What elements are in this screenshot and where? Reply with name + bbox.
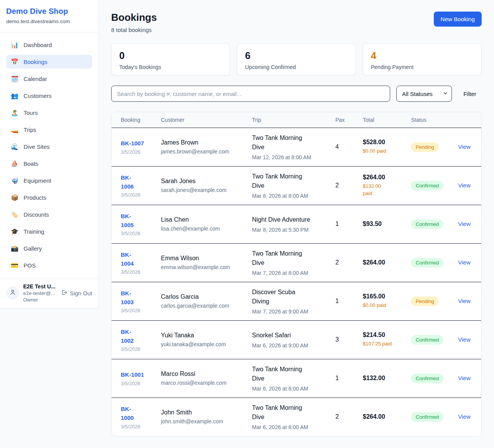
- sidebar-item-label: POS: [24, 262, 36, 269]
- view-link[interactable]: View: [458, 413, 470, 420]
- sidebar-item-customers[interactable]: 👥Customers: [6, 89, 92, 103]
- sidebar-item-label: Products: [24, 194, 46, 201]
- main-content: Bookings 8 total bookings New Booking 0T…: [99, 0, 494, 448]
- sidebar-item-label: Dive Sites: [24, 143, 50, 150]
- status-badge: Confirmed: [411, 219, 443, 229]
- sidebar-item-calendar[interactable]: 🗓️Calendar: [6, 72, 92, 86]
- booking-id-link[interactable]: BK-1001: [121, 370, 144, 379]
- stat-card-upcoming-confirmed: 6Upcoming Confirmed: [237, 43, 356, 76]
- sidebar-item-training[interactable]: 🎓Training: [6, 224, 92, 238]
- column-header-trip: Trip: [246, 112, 329, 128]
- trip-name: Snorkel Safari: [252, 331, 326, 340]
- pax-count: 1: [335, 375, 339, 381]
- sidebar-item-label: Bookings: [24, 59, 47, 65]
- booking-id-link[interactable]: BK- 1003: [121, 289, 134, 307]
- table-row: BK- 1003 3/5/2026 Carlos Garcia carlos.g…: [112, 282, 481, 320]
- trip-name: Two Tank Morning Dive: [252, 133, 326, 152]
- total-amount: $165.00: [363, 293, 402, 300]
- status-badge: Pending: [411, 296, 439, 306]
- sidebar-item-equipment[interactable]: 🤿Equipment: [6, 173, 92, 187]
- total-amount: $264.00: [363, 259, 402, 266]
- status-badge: Confirmed: [411, 335, 443, 345]
- total-amount: $214.50: [363, 332, 402, 339]
- view-link[interactable]: View: [458, 375, 470, 381]
- calendar-icon: 🗓️: [11, 75, 19, 83]
- sidebar-item-label: Tours: [24, 109, 38, 116]
- sidebar-item-tours[interactable]: 🏝️Tours: [6, 106, 92, 120]
- sidebar-item-products[interactable]: 📦Products: [6, 190, 92, 204]
- discounts-icon: 🏷️: [11, 211, 19, 218]
- pax-count: 1: [335, 298, 339, 304]
- booking-id-link[interactable]: BK- 1000: [121, 404, 134, 423]
- column-header-total: Total: [357, 112, 405, 128]
- pos-icon: 💳: [11, 262, 19, 269]
- sign-out-button[interactable]: Sign Out: [61, 289, 92, 297]
- booking-id-link[interactable]: BK-1007: [121, 139, 144, 148]
- status-filter-select[interactable]: All Statuses: [396, 86, 452, 102]
- brand-domain: demo.test.divestreams.com: [6, 19, 92, 24]
- pax-count: 3: [335, 336, 339, 343]
- filter-button[interactable]: Filter: [458, 91, 482, 97]
- customer-name: Marco Rossi: [161, 371, 243, 377]
- sidebar-item-gallery[interactable]: 📸Gallery: [6, 241, 92, 255]
- trip-datetime: Mar 6, 2026 at 8:00 AM: [252, 386, 326, 392]
- stat-card-pending-payment: 4Pending Payment: [363, 43, 482, 76]
- trips-icon: 🚤: [11, 126, 19, 133]
- new-booking-button[interactable]: New Booking: [434, 12, 482, 27]
- total-amount: $93.50: [363, 221, 402, 227]
- customer-email: yuki.tanaka@example.com: [161, 341, 243, 347]
- sidebar-item-discounts[interactable]: 🏷️Discounts: [6, 207, 92, 221]
- customer-name: Emma Wilson: [161, 255, 243, 262]
- booking-id-link[interactable]: BK- 1005: [121, 212, 134, 230]
- booking-id-link[interactable]: BK- 1004: [121, 250, 134, 268]
- column-header-actions: [452, 112, 481, 128]
- total-amount: $264.00: [363, 413, 402, 420]
- view-link[interactable]: View: [458, 259, 470, 266]
- trip-name: Two Tank Morning Dive: [252, 172, 326, 190]
- sidebar-item-label: Customers: [24, 93, 52, 99]
- total-amount: $132.00: [363, 375, 402, 382]
- column-header-pax: Pax: [329, 112, 357, 128]
- sidebar-item-trips[interactable]: 🚤Trips: [6, 123, 92, 136]
- stats-cards: 0Today's Bookings6Upcoming Confirmed4Pen…: [111, 43, 482, 76]
- table-row: BK- 1000 3/5/2026 John Smith john.smith@…: [112, 397, 481, 436]
- status-badge: Confirmed: [411, 412, 443, 422]
- stat-label: Today's Bookings: [119, 64, 222, 70]
- table-row: BK-1007 3/5/2026 James Brown james.brown…: [112, 128, 481, 166]
- sidebar-item-dive-sites[interactable]: 🌊Dive Sites: [6, 140, 92, 153]
- view-link[interactable]: View: [458, 143, 470, 150]
- sidebar-item-pos[interactable]: 💳POS: [6, 258, 92, 272]
- search-input[interactable]: [111, 86, 390, 102]
- booking-date: 3/5/2026: [121, 424, 152, 429]
- view-link[interactable]: View: [458, 221, 470, 227]
- customer-name: Yuki Tanaka: [161, 332, 243, 339]
- pax-count: 4: [335, 143, 339, 150]
- user-name: E2E Test U...: [23, 283, 57, 290]
- sidebar-item-dashboard[interactable]: 📊Dashboard: [6, 38, 92, 52]
- column-header-booking: Booking: [112, 112, 155, 128]
- tours-icon: 🏝️: [11, 109, 19, 116]
- sidebar-item-label: Boats: [24, 160, 38, 167]
- stat-label: Pending Payment: [371, 64, 474, 70]
- paid-amount: $0.00 paid: [363, 148, 402, 155]
- booking-id-link[interactable]: BK- 1002: [121, 327, 134, 345]
- view-link[interactable]: View: [458, 182, 470, 189]
- trip-datetime: Mar 12, 2026 at 8:00 AM: [252, 154, 326, 160]
- view-link[interactable]: View: [458, 298, 470, 304]
- booking-date: 3/5/2026: [121, 192, 152, 198]
- dashboard-icon: 📊: [11, 41, 19, 49]
- pax-count: 1: [335, 221, 339, 227]
- gallery-icon: 📸: [11, 245, 19, 252]
- sidebar-item-bookings[interactable]: 📅Bookings: [6, 55, 92, 69]
- column-header-customer: Customer: [155, 112, 246, 128]
- sidebar-item-boats[interactable]: ⛵Boats: [6, 157, 92, 170]
- stat-value: 4: [371, 50, 474, 61]
- booking-date: 3/5/2026: [121, 269, 152, 275]
- customer-name: Lisa Chen: [161, 216, 243, 223]
- sidebar-nav: 📊Dashboard📅Bookings🗓️Calendar👥Customers🏝…: [0, 32, 98, 275]
- view-link[interactable]: View: [458, 336, 470, 343]
- sign-out-label: Sign Out: [70, 290, 92, 296]
- customer-email: carlos.garcia@example.com: [161, 303, 243, 309]
- status-badge: Confirmed: [411, 258, 443, 268]
- booking-id-link[interactable]: BK- 1006: [121, 173, 134, 191]
